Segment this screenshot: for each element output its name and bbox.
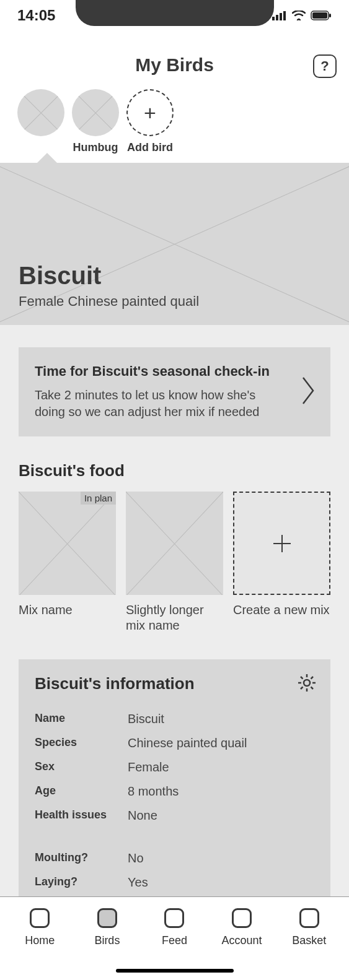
tab-label: Account: [222, 934, 262, 947]
header: My Birds ?: [0, 31, 349, 82]
info-value: None: [128, 809, 157, 823]
help-button[interactable]: ?: [313, 54, 337, 78]
home-indicator: [116, 969, 234, 973]
bird-subtitle: Female Chinese painted quail: [19, 293, 330, 310]
gear-icon: [297, 673, 317, 693]
in-plan-badge: In plan: [81, 492, 116, 505]
info-row: SexFemale: [35, 755, 314, 779]
svg-rect-3: [283, 11, 286, 20]
info-card-title: Biscuit's information: [35, 674, 314, 693]
info-row: NameBiscuit: [35, 707, 314, 731]
info-row: Moulting?No: [35, 846, 314, 870]
main-content: Time for Biscuit's seasonal check-in Tak…: [0, 325, 349, 958]
info-label: Species: [35, 736, 128, 750]
tab-icon: [164, 908, 184, 928]
info-label: Sex: [35, 760, 128, 774]
avatar-placeholder: [72, 89, 119, 136]
info-label: Name: [35, 712, 128, 726]
status-indicators: [272, 11, 332, 20]
svg-rect-2: [280, 13, 282, 20]
info-grid: NameBiscuit SpeciesChinese painted quail…: [35, 707, 314, 919]
info-value: 8 months: [128, 784, 179, 799]
tab-bar: Home Birds Feed Account Basket: [0, 896, 349, 980]
status-bar: 14:05: [0, 0, 349, 31]
svg-rect-6: [329, 14, 331, 17]
food-row: In plan Mix name Slightly longer mix nam…: [19, 492, 330, 633]
tab-home[interactable]: Home: [9, 908, 71, 980]
tab-icon: [299, 908, 319, 928]
bird-label: Humbug: [73, 141, 118, 154]
svg-line-16: [301, 687, 303, 690]
info-value: Yes: [128, 875, 148, 890]
chevron-right-icon: [301, 375, 316, 409]
settings-button[interactable]: [297, 673, 317, 695]
info-value: No: [128, 851, 144, 865]
info-label: Moulting?: [35, 851, 128, 865]
battery-icon: [311, 11, 332, 20]
food-mix-card[interactable]: Slightly longer mix name: [126, 492, 223, 633]
info-label: Age: [35, 784, 128, 799]
bird-avatar-selected[interactable]: Biscuit: [17, 89, 64, 154]
tab-label: Birds: [94, 934, 120, 947]
info-row: Health issuesNone: [35, 804, 314, 828]
info-value: Chinese painted quail: [128, 736, 247, 750]
info-value: Female: [128, 760, 169, 774]
notch: [76, 0, 274, 26]
food-section-title: Biscuit's food: [19, 461, 330, 480]
signal-icon: [272, 11, 287, 20]
create-mix-button[interactable]: Create a new mix: [233, 492, 330, 633]
svg-rect-1: [276, 15, 278, 20]
checkin-title: Time for Biscuit's seasonal check-in: [35, 363, 287, 379]
food-mix-name: Slightly longer mix name: [126, 602, 223, 633]
status-time: 14:05: [17, 7, 55, 24]
info-label: Laying?: [35, 875, 128, 890]
info-label: Health issues: [35, 809, 128, 823]
add-bird-label: Add bird: [127, 141, 173, 154]
svg-rect-0: [272, 17, 275, 20]
add-bird-button[interactable]: + Add bird: [126, 89, 174, 154]
create-mix-box: [233, 492, 330, 595]
create-mix-label: Create a new mix: [233, 602, 330, 618]
svg-point-9: [304, 680, 310, 686]
svg-line-17: [311, 677, 314, 679]
checkin-body: Take 2 minutes to let us know how she's …: [35, 387, 287, 420]
tab-icon: [97, 908, 117, 928]
info-row: Age8 months: [35, 779, 314, 804]
tab-label: Home: [25, 934, 55, 947]
tab-icon: [232, 908, 252, 928]
wifi-icon: [292, 11, 306, 20]
bird-selector: Biscuit Humbug + Add bird: [0, 82, 349, 154]
food-mix-name: Mix name: [19, 602, 116, 618]
bird-name: Biscuit: [19, 262, 330, 290]
svg-rect-5: [312, 12, 327, 19]
info-row: Laying?Yes: [35, 870, 314, 895]
checkin-card[interactable]: Time for Biscuit's seasonal check-in Tak…: [19, 347, 330, 436]
svg-line-14: [301, 677, 303, 679]
page-title: My Birds: [12, 54, 337, 76]
info-value: Biscuit: [128, 712, 164, 726]
food-thumb-placeholder: In plan: [19, 492, 116, 595]
food-mix-card[interactable]: In plan Mix name: [19, 492, 116, 633]
svg-line-15: [311, 687, 314, 690]
tab-icon: [30, 908, 50, 928]
bird-avatar-humbug[interactable]: Humbug: [72, 89, 119, 154]
tab-label: Feed: [162, 934, 187, 947]
avatar-placeholder: [17, 89, 64, 136]
food-thumb-placeholder: [126, 492, 223, 595]
info-row: SpeciesChinese painted quail: [35, 731, 314, 755]
tab-basket[interactable]: Basket: [278, 908, 340, 980]
plus-icon: [271, 532, 293, 555]
plus-icon: +: [126, 89, 174, 136]
tab-label: Basket: [292, 934, 326, 947]
bird-hero: Biscuit Female Chinese painted quail: [0, 163, 349, 325]
